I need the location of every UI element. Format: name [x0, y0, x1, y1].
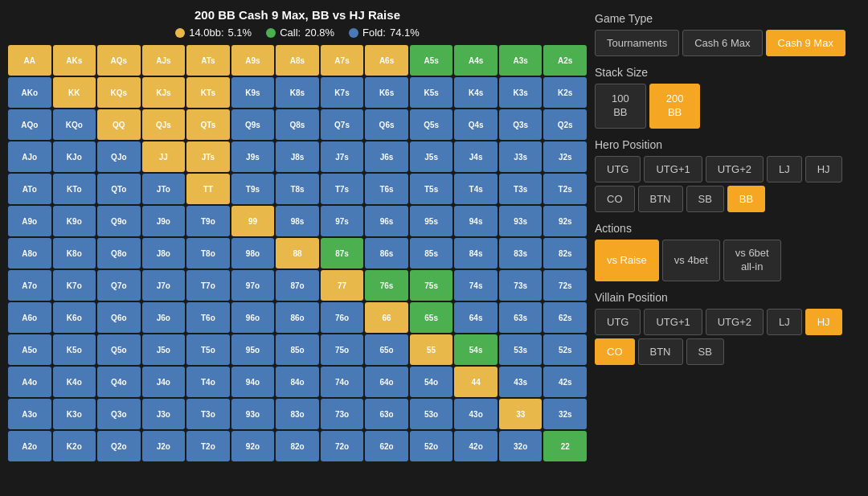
grid-cell[interactable]: Q7s — [321, 109, 364, 140]
grid-cell[interactable]: AKo — [8, 77, 51, 108]
grid-cell[interactable]: T8o — [186, 238, 230, 268]
grid-cell[interactable]: KTs — [186, 77, 230, 108]
grid-cell[interactable]: 99 — [231, 206, 275, 236]
grid-cell[interactable]: K9o — [53, 206, 96, 236]
grid-cell[interactable]: J2o — [142, 431, 186, 461]
grid-cell[interactable]: K7o — [53, 270, 96, 301]
grid-cell[interactable]: A6o — [8, 302, 51, 333]
grid-cell[interactable]: 86s — [365, 238, 408, 268]
btn-tournaments[interactable]: Tournaments — [595, 30, 679, 56]
grid-cell[interactable]: T3s — [499, 174, 542, 204]
grid-cell[interactable]: 55 — [410, 334, 453, 365]
grid-cell[interactable]: 66 — [365, 302, 408, 333]
grid-cell[interactable]: 97o — [231, 270, 275, 301]
grid-cell[interactable]: 65o — [365, 334, 408, 365]
grid-cell[interactable]: 32s — [543, 399, 587, 429]
grid-cell[interactable]: K5o — [53, 334, 96, 365]
grid-cell[interactable]: 62o — [365, 431, 408, 461]
grid-cell[interactable]: Q2o — [97, 431, 141, 461]
grid-cell[interactable]: 82s — [543, 238, 587, 268]
grid-cell[interactable]: T4o — [186, 367, 230, 397]
grid-cell[interactable]: T8s — [276, 174, 319, 204]
grid-cell[interactable]: T2o — [186, 431, 230, 461]
villain-hj[interactable]: HJ — [805, 309, 842, 335]
villain-utg1[interactable]: UTG+1 — [644, 309, 702, 335]
grid-cell[interactable]: 63o — [365, 399, 408, 429]
grid-cell[interactable]: 98s — [276, 206, 319, 236]
grid-cell[interactable]: T6s — [365, 174, 408, 204]
grid-cell[interactable]: 73o — [321, 399, 364, 429]
grid-cell[interactable]: 84o — [276, 367, 319, 397]
grid-cell[interactable]: J2s — [543, 141, 587, 172]
grid-cell[interactable]: A4o — [8, 367, 51, 397]
action-vs-4bet[interactable]: vs 4bet — [662, 240, 720, 281]
btn-cash9max[interactable]: Cash 9 Max — [766, 30, 845, 56]
grid-cell[interactable]: A7o — [8, 270, 51, 301]
grid-cell[interactable]: K6s — [365, 77, 408, 108]
grid-cell[interactable]: J5o — [142, 334, 186, 365]
grid-cell[interactable]: A9s — [231, 45, 275, 76]
grid-cell[interactable]: Q5s — [410, 109, 453, 140]
grid-cell[interactable]: JTo — [142, 174, 186, 204]
grid-cell[interactable]: 95o — [231, 334, 275, 365]
grid-cell[interactable]: 74o — [321, 367, 364, 397]
villain-btn[interactable]: BTN — [638, 338, 683, 365]
hero-bb[interactable]: BB — [727, 186, 765, 212]
grid-cell[interactable]: T7o — [186, 270, 230, 301]
grid-cell[interactable]: 76o — [321, 302, 364, 333]
grid-cell[interactable]: AJo — [8, 141, 51, 172]
grid-cell[interactable]: J7s — [321, 141, 364, 172]
grid-cell[interactable]: Q4s — [454, 109, 497, 140]
villain-co[interactable]: CO — [595, 338, 635, 365]
grid-cell[interactable]: J9s — [231, 141, 275, 172]
btn-100bb[interactable]: 100BB — [595, 84, 646, 129]
grid-cell[interactable]: 75o — [321, 334, 364, 365]
btn-200bb[interactable]: 200BB — [649, 84, 701, 129]
hero-utg[interactable]: UTG — [595, 156, 641, 182]
grid-cell[interactable]: T5s — [410, 174, 453, 204]
grid-cell[interactable]: A4s — [454, 45, 497, 76]
grid-cell[interactable]: K5s — [410, 77, 453, 108]
grid-cell[interactable]: 72o — [321, 431, 364, 461]
grid-cell[interactable]: A5s — [410, 45, 453, 76]
grid-cell[interactable]: 64o — [365, 367, 408, 397]
grid-cell[interactable]: 53o — [410, 399, 453, 429]
grid-cell[interactable]: ATs — [186, 45, 230, 76]
grid-cell[interactable]: T9o — [186, 206, 230, 236]
grid-cell[interactable]: A2o — [8, 431, 51, 461]
grid-cell[interactable]: KJs — [142, 77, 186, 108]
grid-cell[interactable]: JJ — [142, 141, 186, 172]
grid-cell[interactable]: K4o — [53, 367, 96, 397]
grid-cell[interactable]: 76s — [365, 270, 408, 301]
grid-cell[interactable]: KTo — [53, 174, 96, 204]
grid-cell[interactable]: Q7o — [97, 270, 141, 301]
grid-cell[interactable]: 77 — [321, 270, 364, 301]
grid-cell[interactable]: KQs — [97, 77, 141, 108]
grid-cell[interactable]: 92o — [231, 431, 275, 461]
hero-btn[interactable]: BTN — [638, 186, 683, 212]
villain-utg[interactable]: UTG — [595, 309, 641, 335]
grid-cell[interactable]: J9o — [142, 206, 186, 236]
grid-cell[interactable]: 96o — [231, 302, 275, 333]
grid-cell[interactable]: T9s — [231, 174, 275, 204]
grid-cell[interactable]: 93o — [231, 399, 275, 429]
grid-cell[interactable]: T4s — [454, 174, 497, 204]
grid-cell[interactable]: AA — [8, 45, 51, 76]
grid-cell[interactable]: J3s — [499, 141, 542, 172]
hero-co[interactable]: CO — [595, 186, 635, 212]
grid-cell[interactable]: J6s — [365, 141, 408, 172]
grid-cell[interactable]: K9s — [231, 77, 275, 108]
grid-cell[interactable]: 84s — [454, 238, 497, 268]
grid-cell[interactable]: ATo — [8, 174, 51, 204]
grid-cell[interactable]: T2s — [543, 174, 587, 204]
grid-cell[interactable]: QTs — [186, 109, 230, 140]
grid-cell[interactable]: A8o — [8, 238, 51, 268]
grid-cell[interactable]: K8o — [53, 238, 96, 268]
grid-cell[interactable]: 83o — [276, 399, 319, 429]
grid-cell[interactable]: 83s — [499, 238, 542, 268]
grid-cell[interactable]: K3s — [499, 77, 542, 108]
grid-cell[interactable]: A9o — [8, 206, 51, 236]
grid-cell[interactable]: 93s — [499, 206, 542, 236]
grid-cell[interactable]: QTo — [97, 174, 141, 204]
villain-lj[interactable]: LJ — [767, 309, 802, 335]
